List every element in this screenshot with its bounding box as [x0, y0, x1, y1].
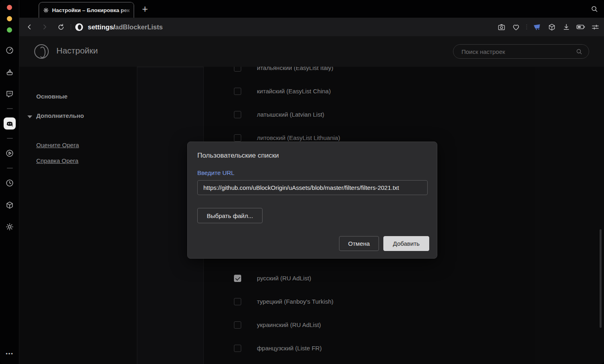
- speed-dial-icon[interactable]: [5, 45, 14, 55]
- list-url-input[interactable]: [197, 180, 428, 195]
- url-text[interactable]: settings/adBlockerLists: [88, 23, 163, 31]
- forward-button[interactable]: [39, 21, 51, 33]
- tab-search-icon[interactable]: [590, 5, 598, 13]
- checkbox[interactable]: [234, 134, 241, 142]
- address-bar: settings/adBlockerLists: [19, 18, 604, 36]
- list-item-label: латышский (Latvian List): [257, 111, 324, 118]
- address-separator: [70, 25, 71, 29]
- sidebar-divider: [7, 108, 13, 109]
- tab-settings[interactable]: Настройки – Блокировка рекл: [39, 2, 134, 18]
- page-title: Настройки: [56, 46, 98, 56]
- history-clock-icon[interactable]: [5, 178, 14, 188]
- settings-search-input[interactable]: [453, 44, 589, 59]
- tab-gear-icon: [43, 7, 49, 13]
- checkbox[interactable]: [234, 321, 241, 329]
- custom-lists-dialog: Пользовательские списки Введите URL Выбр…: [187, 142, 437, 259]
- nav-link-rate-opera[interactable]: Оцените Opera: [36, 142, 79, 148]
- reload-button[interactable]: [55, 21, 67, 33]
- chevron-down-icon: [27, 115, 32, 118]
- shopping-cart-icon[interactable]: [532, 22, 542, 32]
- list-item-label: французский (Liste FR): [257, 345, 322, 352]
- list-item-label: турецкий (Fanboy's Turkish): [257, 298, 333, 305]
- new-tab-button[interactable]: +: [138, 2, 152, 16]
- brush-icon[interactable]: [5, 68, 14, 77]
- cube-icon[interactable]: [547, 22, 556, 32]
- choose-file-button[interactable]: Выбрать файл...: [197, 208, 263, 223]
- checkbox[interactable]: [234, 275, 241, 282]
- opera-badge-icon[interactable]: [74, 23, 84, 32]
- settings-search[interactable]: [453, 44, 589, 59]
- list-item-label: итальянский (EasyList Italy): [257, 67, 333, 72]
- discord-icon[interactable]: [4, 117, 16, 130]
- add-button[interactable]: Добавить: [383, 236, 429, 251]
- box-icon[interactable]: [5, 200, 14, 210]
- snapshot-camera-icon[interactable]: [496, 22, 506, 32]
- checkbox[interactable]: [234, 67, 241, 72]
- list-item-label: литовский (EasyList Lithuania): [257, 134, 340, 142]
- tune-sliders-icon[interactable]: [590, 22, 600, 32]
- twitch-icon[interactable]: [5, 89, 14, 99]
- nav-link-help-opera[interactable]: Справка Opera: [36, 157, 79, 164]
- dialog-title: Пользовательские списки: [197, 152, 279, 160]
- address-separator: [526, 25, 527, 29]
- scrollbar-thumb[interactable]: [600, 229, 602, 328]
- checkbox[interactable]: [234, 88, 241, 95]
- window-zoom-button[interactable]: [7, 27, 12, 33]
- sidebar-more-button[interactable]: •••: [0, 351, 19, 357]
- browser-window: ••• Настройки – Блокировка рекл +: [0, 0, 604, 364]
- list-item-label: китайский (EasyList China): [257, 88, 331, 95]
- download-icon[interactable]: [561, 22, 571, 32]
- url-path-secondary: adBlockerLists: [115, 23, 163, 31]
- nav-item-advanced[interactable]: Дополнительно: [36, 112, 84, 119]
- battery-icon[interactable]: [576, 22, 585, 32]
- tab-bar: Настройки – Блокировка рекл +: [19, 0, 604, 18]
- window-close-button[interactable]: [7, 5, 12, 10]
- opera-logo-icon: [34, 44, 49, 59]
- bookmark-heart-icon[interactable]: [511, 22, 521, 32]
- search-icon: [575, 48, 583, 55]
- sidebar: •••: [0, 0, 19, 364]
- url-path-primary: settings/: [88, 23, 115, 31]
- tab-title: Настройки – Блокировка рекл: [52, 7, 130, 13]
- list-item-label: русский (RU AdList): [257, 275, 311, 282]
- back-button[interactable]: [23, 21, 35, 33]
- checkbox[interactable]: [234, 298, 241, 305]
- nav-item-basic[interactable]: Основные: [36, 93, 68, 100]
- sidebar-divider: [7, 168, 13, 169]
- settings-header: Настройки: [19, 36, 604, 67]
- settings-gear-icon[interactable]: [5, 222, 14, 232]
- address-bar-actions: [496, 18, 600, 36]
- checkbox[interactable]: [234, 111, 241, 118]
- tab-title-fade: [120, 2, 134, 18]
- list-item-label: украинский (RU AdList): [257, 321, 321, 329]
- sidebar-divider: [7, 138, 13, 139]
- checkbox[interactable]: [234, 345, 241, 352]
- player-icon[interactable]: [5, 148, 14, 158]
- window-minimize-button[interactable]: [7, 16, 12, 21]
- url-input-label: Введите URL: [197, 169, 234, 176]
- cancel-button[interactable]: Отмена: [339, 236, 379, 251]
